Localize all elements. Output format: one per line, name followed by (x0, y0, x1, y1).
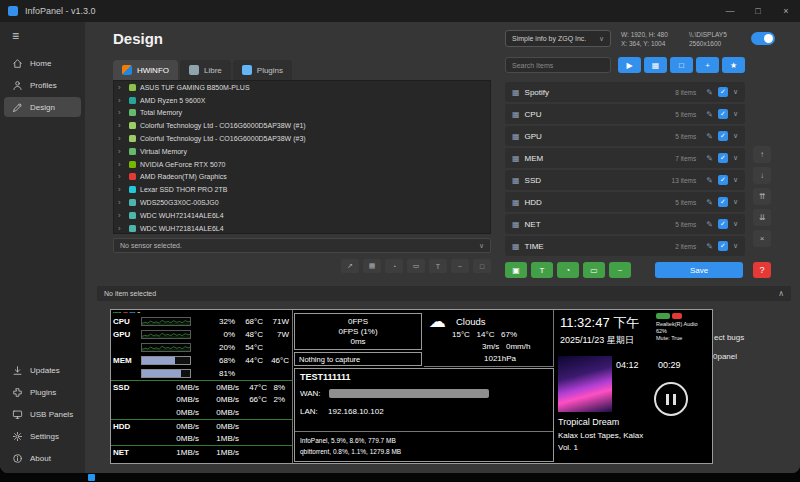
tool-grid-button[interactable]: ▦ (363, 259, 381, 273)
chevron-down-icon[interactable]: ∨ (733, 220, 738, 228)
item-group-row[interactable]: ▦ GPU 5 items ✎ ✓ ∨ (505, 126, 745, 146)
sensor-tree-item[interactable]: › AMD Ryzen 5 9600X (114, 94, 490, 107)
sidebar-item-about[interactable]: About (4, 448, 81, 468)
visibility-checkbox[interactable]: ✓ (718, 175, 728, 185)
add-group-button[interactable]: + (696, 57, 719, 73)
item-group-row[interactable]: ▦ CPU 5 items ✎ ✓ ∨ (505, 104, 745, 124)
chevron-down-icon[interactable]: ∨ (733, 110, 738, 118)
taskbar-app-icon[interactable] (88, 474, 95, 481)
edit-icon[interactable]: ✎ (706, 110, 713, 119)
sensor-tree-item[interactable]: › ASUS TUF GAMING B850M-PLUS (114, 81, 490, 94)
display-toggle[interactable] (751, 32, 775, 45)
tool-text-button[interactable]: T (429, 259, 447, 273)
maximize-button[interactable]: □ (744, 0, 772, 22)
sensor-tree-item[interactable]: › WDS250G3X0C-00SJG0 (114, 196, 490, 209)
move-bottom-button[interactable]: ⇊ (753, 209, 771, 226)
move-down-button[interactable]: ↓ (753, 167, 771, 184)
chevron-down-icon[interactable]: ∨ (733, 242, 738, 250)
sensor-select[interactable]: No sensor selected. ∨ (113, 238, 491, 253)
sidebar-item-home[interactable]: Home (4, 53, 81, 73)
edit-icon[interactable]: ✎ (706, 154, 713, 163)
item-group-row[interactable]: ▦ TIME 2 items ✎ ✓ ∨ (505, 236, 745, 256)
chevron-down-icon[interactable]: ∨ (733, 176, 738, 184)
sidebar-item-profiles[interactable]: Profiles (4, 75, 81, 95)
sidebar-item-usb-panels[interactable]: USB Panels (4, 404, 81, 424)
sensor-tree-item[interactable]: › Colorful Technology Ltd - CO16G6000D5A… (114, 119, 490, 132)
minimize-button[interactable]: — (716, 0, 744, 22)
item-group-row[interactable]: ▦ HDD 5 items ✎ ✓ ∨ (505, 192, 745, 212)
tool-frame-button[interactable]: □ (473, 259, 491, 273)
sensor-tree-item[interactable]: › AMD Radeon(TM) Graphics (114, 171, 490, 184)
sensor-tree-item[interactable]: › Lexar SSD THOR PRO 2TB (114, 183, 490, 196)
visibility-checkbox[interactable]: ✓ (718, 241, 728, 251)
edit-icon[interactable]: ✎ (706, 220, 713, 229)
add-text-button[interactable]: T (531, 262, 553, 278)
sidebar-item-design[interactable]: Design (4, 97, 81, 117)
visibility-checkbox[interactable]: ✓ (718, 197, 728, 207)
collapse-chevron-icon[interactable]: ∧ (778, 289, 784, 298)
visibility-checkbox[interactable]: ✓ (718, 87, 728, 97)
chevron-down-icon[interactable]: ∨ (733, 154, 738, 162)
visibility-checkbox[interactable]: ✓ (718, 131, 728, 141)
chevron-down-icon[interactable]: ∨ (733, 198, 738, 206)
pause-button[interactable] (654, 382, 688, 416)
item-group-row[interactable]: ▦ NET 5 items ✎ ✓ ∨ (505, 214, 745, 234)
tool-gauge-button[interactable]: ◔ (385, 259, 403, 273)
save-button[interactable]: Save (655, 262, 743, 278)
expand-chevron-icon[interactable]: › (118, 96, 125, 105)
sensor-tree-item[interactable]: › NVIDIA GeForce RTX 5070 (114, 158, 490, 171)
expand-chevron-icon[interactable]: › (118, 83, 125, 92)
help-button[interactable]: ? (753, 262, 771, 278)
import-button[interactable]: ▶ (618, 57, 641, 73)
search-input[interactable] (505, 57, 611, 73)
edit-icon[interactable]: ✎ (706, 88, 713, 97)
sensor-tree-item[interactable]: › WDC WUH721814ALE6L4 (114, 222, 490, 234)
expand-chevron-icon[interactable]: › (118, 211, 125, 220)
sensor-tree-item[interactable]: › Colorful Technology Ltd - CO16G6000D5A… (114, 132, 490, 145)
profile-select[interactable]: Simple info by ZGQ Inc. ∨ (505, 30, 611, 47)
tool-share-button[interactable]: ↗ (341, 259, 359, 273)
sensor-tree-item[interactable]: › Total Memory (114, 107, 490, 120)
menu-toggle-button[interactable]: ≡ (0, 22, 85, 51)
tool-graph-button[interactable]: ~ (451, 259, 469, 273)
visibility-checkbox[interactable]: ✓ (718, 153, 728, 163)
expand-chevron-icon[interactable]: › (118, 198, 125, 207)
item-group-row[interactable]: ▦ MEM 7 items ✎ ✓ ∨ (505, 148, 745, 168)
edit-icon[interactable]: ✎ (706, 132, 713, 141)
visibility-checkbox[interactable]: ✓ (718, 219, 728, 229)
expand-chevron-icon[interactable]: › (118, 185, 125, 194)
move-up-button[interactable]: ↑ (753, 146, 771, 163)
sidebar-item-updates[interactable]: Updates (4, 360, 81, 380)
sensor-tree-item[interactable]: › WDC WUH721414ALE6L4 (114, 209, 490, 222)
tool-bar-button[interactable]: ▭ (407, 259, 425, 273)
expand-chevron-icon[interactable]: › (118, 224, 125, 233)
expand-chevron-icon[interactable]: › (118, 147, 125, 156)
add-bar-button[interactable]: ▭ (583, 262, 605, 278)
item-group-row[interactable]: ▦ SSD 13 items ✎ ✓ ∨ (505, 170, 745, 190)
expand-chevron-icon[interactable]: › (118, 160, 125, 169)
delete-button[interactable]: × (753, 230, 771, 247)
tab-plugins[interactable]: Plugins (233, 60, 292, 80)
tab-hwinfo[interactable]: HWiNFO (113, 60, 178, 80)
add-image-button[interactable]: ▣ (505, 262, 527, 278)
edit-icon[interactable]: ✎ (706, 198, 713, 207)
visibility-checkbox[interactable]: ✓ (718, 109, 728, 119)
item-group-row[interactable]: ▦ Spotify 8 items ✎ ✓ ∨ (505, 82, 745, 102)
move-top-button[interactable]: ⇈ (753, 188, 771, 205)
expand-chevron-icon[interactable]: › (118, 121, 125, 130)
favorites-button[interactable]: ★ (722, 57, 745, 73)
add-graph-button[interactable]: ~ (609, 262, 631, 278)
expand-chevron-icon[interactable]: › (118, 134, 125, 143)
edit-icon[interactable]: ✎ (706, 242, 713, 251)
layout-button[interactable]: ▦ (644, 57, 667, 73)
sidebar-item-plugins[interactable]: Plugins (4, 382, 81, 402)
sensor-tree-item[interactable]: › Virtual Memory (114, 145, 490, 158)
expand-chevron-icon[interactable]: › (118, 172, 125, 181)
close-button[interactable]: × (772, 0, 800, 22)
edit-icon[interactable]: ✎ (706, 176, 713, 185)
chevron-down-icon[interactable]: ∨ (733, 132, 738, 140)
duplicate-button[interactable]: □ (670, 57, 693, 73)
expand-chevron-icon[interactable]: › (118, 108, 125, 117)
sidebar-item-settings[interactable]: Settings (4, 426, 81, 446)
add-gauge-button[interactable]: ◔ (557, 262, 579, 278)
